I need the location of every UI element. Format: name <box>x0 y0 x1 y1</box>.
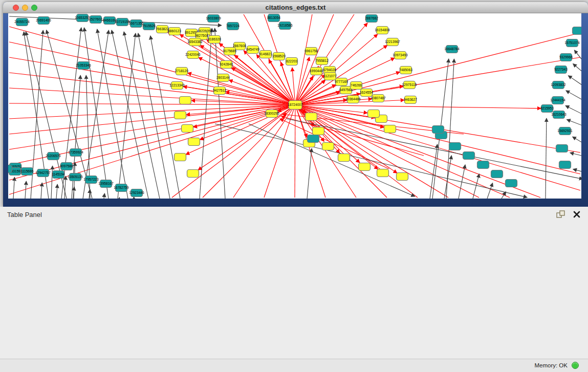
close-panel-icon[interactable] <box>573 210 581 218</box>
graph-node[interactable] <box>477 161 489 169</box>
graph-node[interactable] <box>463 152 475 160</box>
graph-node[interactable]: 2718120 <box>175 68 188 75</box>
graph-node[interactable]: 17957223 <box>83 176 99 184</box>
graph-node[interactable]: 16210643 <box>551 111 567 119</box>
graph-edge[interactable] <box>119 198 120 199</box>
float-window-icon[interactable] <box>556 210 565 218</box>
graph-node[interactable] <box>8 165 12 173</box>
graph-node[interactable] <box>491 170 503 178</box>
graph-node[interactable]: 1624554 <box>360 89 373 97</box>
graph-node[interactable]: 12093832 <box>551 81 566 89</box>
graph-node[interactable]: 21053346 <box>76 62 91 70</box>
graph-node[interactable]: 8215953 <box>540 105 554 113</box>
graph-node[interactable]: 15692931 <box>557 127 573 135</box>
graph-node[interactable]: 24055724 <box>14 18 30 26</box>
graph-node[interactable] <box>384 125 396 133</box>
graph-node[interactable]: 16671355 <box>128 20 144 28</box>
graph-node[interactable]: 12975115 <box>402 81 417 89</box>
graph-node[interactable] <box>306 113 317 121</box>
graph-node[interactable]: 22420046 <box>185 51 201 59</box>
graph-node[interactable]: 9777169 <box>335 78 348 86</box>
graph-node[interactable]: 12942757 <box>35 169 51 177</box>
graph-node[interactable] <box>187 170 199 178</box>
graph-node[interactable]: 2887682 <box>365 15 378 23</box>
graph-node[interactable]: 9097588 <box>60 163 73 170</box>
graph-node[interactable] <box>432 126 444 134</box>
graph-node[interactable]: 12923446 <box>129 189 144 197</box>
graph-node[interactable]: 13958167 <box>98 180 114 188</box>
graph-node[interactable]: 16033809 <box>206 15 221 23</box>
graph-node[interactable]: 8186328 <box>208 36 221 43</box>
graph-node[interactable]: 9175685 <box>223 48 236 55</box>
memory-status-indicator[interactable] <box>572 362 579 369</box>
graph-node[interactable] <box>322 143 334 150</box>
graph-node[interactable]: 1115686 <box>21 168 34 176</box>
graph-node[interactable]: 12213343 <box>169 82 185 90</box>
graph-node[interactable]: 18300295 <box>264 110 279 118</box>
graph-node[interactable]: 12213967 <box>385 38 400 46</box>
graph-node[interactable]: 16154808 <box>375 27 390 34</box>
graph-node[interactable]: 9242848 <box>220 61 233 69</box>
graph-node[interactable]: 18724007 <box>288 101 303 110</box>
graph-node-label: 10653257 <box>75 16 90 19</box>
graph-node[interactable] <box>377 169 389 177</box>
graph-node[interactable]: 2803144 <box>216 74 230 82</box>
graph-node[interactable]: 10973493 <box>393 52 408 59</box>
graph-node[interactable] <box>556 145 568 152</box>
graph-node[interactable] <box>313 127 324 135</box>
graph-node[interactable]: 16648784 <box>444 46 460 53</box>
graph-node[interactable]: 10807487 <box>371 95 386 102</box>
graph-node[interactable]: 16782759 <box>114 184 129 192</box>
graph-node[interactable]: 8466160 <box>103 17 116 25</box>
graph-node[interactable]: 9427512 <box>213 87 226 95</box>
graph-node[interactable]: 7663822 <box>156 26 169 33</box>
network-canvas[interactable]: 2405572420691406106532571527602846616010… <box>8 13 581 199</box>
graph-node[interactable] <box>573 27 582 35</box>
graph-node[interactable] <box>175 154 186 161</box>
graph-node[interactable]: 10719155 <box>115 18 130 26</box>
graph-node[interactable] <box>188 138 200 146</box>
graph-node[interactable]: 8860123 <box>168 28 181 35</box>
graph-node[interactable]: 6961758 <box>304 48 318 55</box>
graph-node[interactable]: 8454749 <box>246 46 259 54</box>
graph-node[interactable] <box>180 97 191 104</box>
graph-node[interactable]: 9146821 <box>259 51 272 58</box>
graph-node[interactable]: 1527602 <box>89 16 102 24</box>
graph-node[interactable] <box>506 180 517 187</box>
window-title-bar[interactable]: citations_edges.txt <box>3 2 588 13</box>
graph-node[interactable]: 8813054 <box>267 14 280 22</box>
graph-node[interactable]: 1121077 <box>323 73 337 80</box>
graph-node[interactable]: 822203 <box>286 58 298 65</box>
graph-node[interactable]: 7955812 <box>315 57 329 65</box>
graph-node[interactable] <box>397 173 408 181</box>
graph-node[interactable]: 19218586 <box>277 22 293 30</box>
graph-node[interactable]: 12444154 <box>550 97 565 104</box>
graph-node[interactable] <box>338 154 350 162</box>
graph-node[interactable]: 7515526 <box>142 23 156 30</box>
graph-node[interactable]: 1145194 <box>52 171 65 179</box>
graph-node[interactable] <box>175 112 186 119</box>
graph-node[interactable] <box>449 143 461 150</box>
graph-node[interactable]: 15751074 <box>564 39 580 47</box>
graph-node[interactable] <box>359 163 371 171</box>
graph-node[interactable] <box>308 135 319 143</box>
graph-node[interactable]: 1990448 <box>310 68 323 75</box>
graph-node[interactable] <box>559 161 571 169</box>
graph-node[interactable]: 9329966 <box>559 54 573 61</box>
graph-node[interactable]: 20364486 <box>345 96 361 103</box>
graph-node[interactable]: 1568520 <box>272 53 286 60</box>
graph-node-label: 1145194 <box>52 172 65 176</box>
graph-node[interactable]: 17359924 <box>68 149 83 157</box>
graph-node[interactable]: 10653257 <box>75 14 90 22</box>
graph-node[interactable]: 20691406 <box>36 17 51 25</box>
graph-node[interactable]: 7485063 <box>399 67 412 74</box>
graph-node[interactable]: 13505135 <box>68 173 83 181</box>
graph-node[interactable]: 9463627 <box>404 96 417 104</box>
graph-node[interactable] <box>368 110 380 118</box>
graph-node[interactable]: 7857224 <box>226 23 239 30</box>
graph-node[interactable]: 16543382 <box>187 38 203 46</box>
graph-node[interactable]: 746266 <box>351 82 362 90</box>
graph-node[interactable] <box>182 125 193 133</box>
graph-node[interactable]: 20206576 <box>46 152 61 160</box>
graph-node[interactable]: 9227343 <box>554 66 568 74</box>
